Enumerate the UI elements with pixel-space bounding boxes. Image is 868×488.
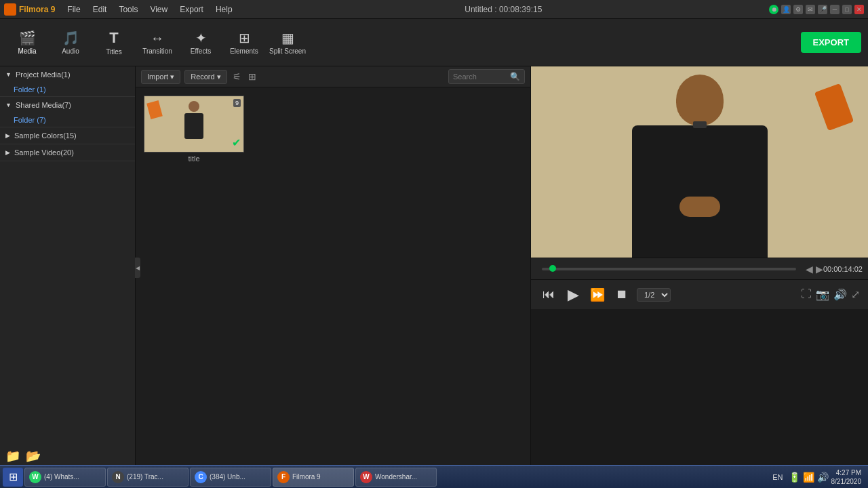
shared-media-header[interactable]: ▼ Shared Media (7) — [0, 97, 135, 113]
expand-icon[interactable]: ⤢ — [851, 288, 860, 301]
taskbar-app-wondershare[interactable]: W Wondershar... — [355, 468, 437, 487]
step-back-button[interactable]: ⏮ — [539, 285, 558, 304]
language-indicator: EN — [770, 473, 785, 481]
mic-icon[interactable]: 🎤 — [818, 5, 827, 14]
mail-icon[interactable]: ✉ — [806, 5, 815, 14]
chrome-icon: C — [195, 471, 207, 483]
preview-video — [531, 66, 868, 258]
panel-collapse-arrow[interactable]: ◀ — [135, 258, 140, 278]
close-button[interactable]: ✕ — [854, 5, 864, 14]
thumb-check: ✔ — [232, 136, 241, 149]
menu-file[interactable]: File — [62, 3, 85, 16]
thumb-figure — [144, 96, 243, 152]
sample-colors-header[interactable]: ▶ Sample Colors (15) — [0, 127, 135, 144]
menu-export[interactable]: Export — [174, 3, 209, 16]
search-icon[interactable]: 🔍 — [510, 72, 520, 81]
sample-video-label: Sample Video — [14, 148, 60, 157]
filter-icon[interactable]: ⚟ — [231, 70, 243, 83]
sample-video-count: (20) — [60, 148, 74, 157]
tool-transition[interactable]: ↔ Transition — [137, 22, 178, 63]
taskbar-app-filmora[interactable]: F Filmora 9 — [273, 468, 354, 487]
preview-head — [676, 75, 724, 125]
media-toolbar: Import ▾ Record ▾ ⚟ ⊞ 🔍 — [136, 66, 530, 87]
thumb-person — [180, 101, 208, 147]
search-input[interactable] — [453, 73, 507, 81]
preview-person — [531, 66, 868, 258]
folder-icon[interactable]: 📂 — [26, 449, 41, 464]
project-folder-item[interactable]: Folder (1) — [0, 83, 135, 96]
preview-progress[interactable] — [542, 268, 796, 270]
media-icon: 🎬 — [19, 30, 36, 46]
menu-items: File Edit Tools View Export Help — [62, 3, 237, 16]
filmora-icon: F — [277, 471, 290, 483]
expand-arrow-2: ▼ — [5, 102, 12, 108]
effects-icon: ✦ — [195, 30, 207, 46]
tracker1-label: (219) Trac... — [127, 473, 163, 481]
menu-help[interactable]: Help — [210, 3, 238, 16]
menu-edit[interactable]: Edit — [87, 3, 113, 16]
settings-icon[interactable]: ⚙ — [793, 5, 803, 14]
wifi-icon: 📶 — [803, 472, 814, 483]
window-title: Untitled : 00:08:39:15 — [238, 5, 769, 14]
shared-folder-item[interactable]: Folder (7) — [0, 113, 135, 127]
search-box: 🔍 — [448, 69, 525, 84]
record-label: Record — [191, 73, 214, 81]
speed-select[interactable]: 1/2 — [637, 288, 671, 302]
tool-effects-label: Effects — [191, 47, 211, 55]
system-tray: EN 🔋 📶 🔊 4:27 PM 8/21/2020 — [766, 468, 865, 486]
play-button[interactable]: ▶ — [564, 285, 583, 304]
progress-dot — [549, 265, 556, 272]
person-body — [184, 113, 203, 139]
maximize-button[interactable]: □ — [842, 5, 852, 14]
volume-icon[interactable]: 🔊 — [833, 288, 847, 301]
left-panel: ▼ Project Media (1) Folder (1) ▼ Shared … — [0, 66, 136, 469]
tool-titles[interactable]: T Titles — [94, 22, 134, 63]
menu-view[interactable]: View — [144, 3, 173, 16]
export-button[interactable]: EXPORT — [801, 32, 861, 53]
wondershare-label: Wondershar... — [375, 473, 417, 481]
taskbar-app-tracker1[interactable]: N (219) Trac... — [107, 468, 189, 487]
next-frame-button[interactable]: ▶ — [816, 264, 823, 274]
tool-media[interactable]: 🎬 Media — [7, 22, 47, 63]
fullscreen-icon[interactable]: ⛶ — [801, 288, 812, 301]
preview-time: 00:00:14:02 — [823, 265, 863, 273]
sample-video-section: ▶ Sample Video (20) — [0, 144, 135, 161]
app-logo: Filmora 9 — [4, 3, 55, 16]
user-icon[interactable]: 👤 — [781, 5, 791, 14]
whatsapp-icon: W — [29, 471, 41, 483]
project-media-label: Project Media — [16, 70, 61, 79]
grid-view-icon[interactable]: ⊞ — [247, 70, 258, 83]
screenshot-icon[interactable]: 📷 — [816, 288, 829, 301]
tool-elements[interactable]: ⊞ Elements — [224, 22, 264, 63]
start-button[interactable]: ⊞ — [3, 468, 23, 487]
prev-frame-button[interactable]: ◀ — [806, 264, 813, 274]
stop-button[interactable]: ⏹ — [612, 285, 631, 304]
fast-forward-button[interactable]: ⏩ — [588, 285, 607, 304]
project-media-header[interactable]: ▼ Project Media (1) — [0, 66, 135, 83]
project-media-section: ▼ Project Media (1) Folder (1) — [0, 66, 135, 97]
menu-tools[interactable]: Tools — [113, 3, 143, 16]
titles-icon: T — [109, 29, 118, 47]
media-thumb: 9 ✔ — [144, 96, 244, 152]
volume-icon[interactable]: 🔊 — [817, 472, 829, 483]
sample-colors-count: (15) — [63, 131, 77, 140]
thumb-number: 9 — [233, 99, 241, 107]
record-icon[interactable]: ⏺ — [769, 5, 778, 14]
tool-splitscreen[interactable]: ▦ Split Screen — [267, 22, 308, 63]
taskbar-app-chrome[interactable]: C (384) Unb... — [190, 468, 271, 487]
taskbar: ⊞ W (4) Whats... N (219) Trac... C (384)… — [0, 465, 868, 488]
new-folder-icon[interactable]: 📁 — [5, 449, 20, 464]
sample-colors-section: ▶ Sample Colors (15) — [0, 127, 135, 144]
minimize-button[interactable]: ─ — [830, 5, 840, 14]
cloth-decoration — [146, 100, 163, 119]
preview-panel: ◀ ▶ 00:00:14:02 ⏮ ▶ ⏩ ⏹ 1/2 ⛶ 📷 🔊 ⤢ — [530, 66, 868, 469]
media-item[interactable]: 9 ✔ title — [144, 96, 244, 163]
taskbar-app-whatsapp[interactable]: W (4) Whats... — [24, 468, 106, 487]
audio-icon: 🎵 — [62, 30, 79, 46]
tool-effects[interactable]: ✦ Effects — [180, 22, 221, 63]
record-button[interactable]: Record ▾ — [184, 70, 226, 84]
import-button[interactable]: Import ▾ — [141, 70, 180, 84]
sample-video-header[interactable]: ▶ Sample Video (20) — [0, 144, 135, 161]
tool-audio[interactable]: 🎵 Audio — [50, 22, 91, 63]
playback-controls: ⏮ ▶ ⏩ ⏹ 1/2 ⛶ 📷 🔊 ⤢ — [531, 279, 868, 309]
